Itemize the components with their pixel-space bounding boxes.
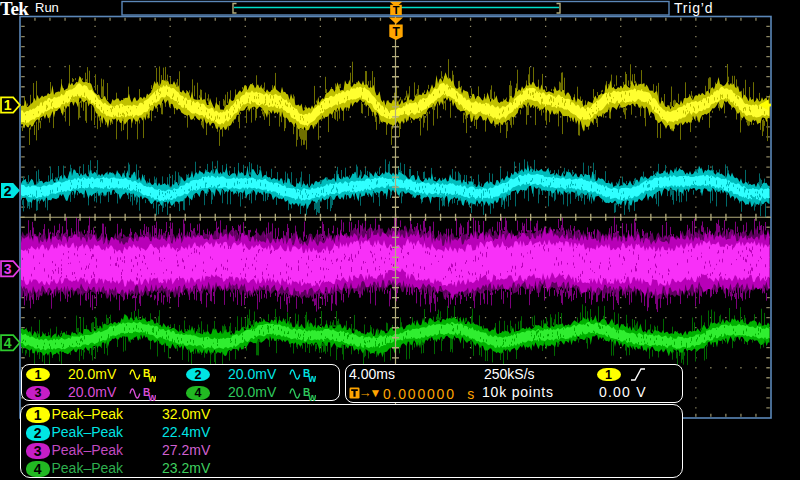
svg-text:w: w (308, 373, 317, 383)
svg-text:w: w (308, 392, 317, 402)
svg-text:2: 2 (4, 183, 12, 199)
svg-text:w: w (148, 373, 157, 383)
svg-text:3: 3 (4, 261, 12, 277)
svg-text:w: w (148, 392, 157, 402)
svg-text:1: 1 (4, 97, 12, 113)
svg-text:T: T (393, 4, 400, 16)
svg-text:4: 4 (4, 335, 12, 351)
svg-text:T: T (393, 25, 401, 39)
